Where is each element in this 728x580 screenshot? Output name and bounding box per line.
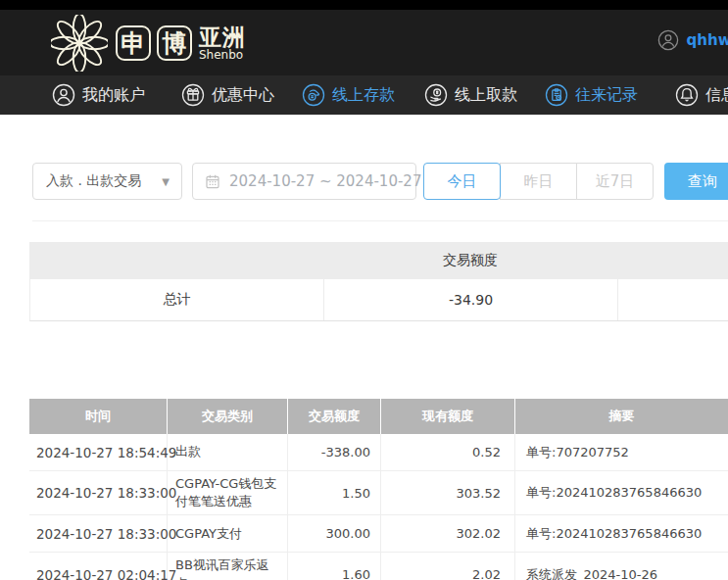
table-row: 2024-10-27 02:04:17 BB视讯百家乐返点 1.60 2.02 …	[29, 553, 728, 580]
table-row: 2024-10-27 18:54:49 出款 -338.00 0.52 单号:7…	[29, 434, 728, 471]
cell-time: 2024-10-27 02:04:17	[29, 553, 168, 580]
today-button[interactable]: 今日	[423, 163, 501, 200]
cell-amount: 1.50	[288, 471, 381, 514]
app-header: 申 博 亚洲 Shenbo qhhw2	[0, 10, 728, 75]
nav-item-my-account[interactable]: 我的账户	[52, 75, 145, 115]
nav-label: 我的账户	[82, 85, 145, 106]
logo-brand-label: Shenbo	[199, 49, 246, 62]
cell-time: 2024-10-27 18:33:00	[29, 515, 168, 552]
calendar-icon	[205, 173, 220, 189]
summary-table-header: 交易额度	[29, 242, 728, 279]
user-icon	[52, 83, 75, 107]
user-account[interactable]: qhhw2	[657, 29, 728, 51]
cell-amount: 300.00	[288, 515, 381, 552]
nav-item-messages[interactable]: 信息	[675, 75, 728, 115]
chevron-down-icon: ▼	[162, 176, 170, 187]
main-nav: 我的账户 优惠中心 线上存款	[0, 75, 728, 115]
summary-column-header: 交易额度	[323, 242, 617, 279]
cell-summary: 单号:707207752	[515, 434, 728, 470]
summary-empty-cell	[618, 279, 728, 320]
bell-icon	[675, 83, 699, 107]
table-row: 2024-10-27 18:33:00 CGPAY-CG钱包支付笔笔送优惠 1.…	[29, 471, 728, 515]
cell-balance: 0.52	[381, 434, 515, 470]
transaction-type-value: 入款 . 出款交易	[46, 172, 141, 190]
nav-item-promotions[interactable]: 优惠中心	[181, 75, 274, 115]
column-header-type: 交易类别	[168, 399, 288, 434]
transaction-table: 时间 交易类别 交易额度 现有额度 摘要 2024-10-27 18:54:49…	[29, 399, 728, 580]
cell-amount: -338.00	[288, 434, 381, 470]
avatar-icon	[657, 29, 679, 51]
withdraw-icon	[424, 83, 448, 107]
cell-balance: 302.02	[381, 515, 515, 552]
records-icon	[545, 83, 568, 107]
nav-item-online-deposit[interactable]: 线上存款	[302, 75, 395, 115]
deposit-icon	[302, 83, 325, 107]
date-range-picker[interactable]: 2024-10-27 ~ 2024-10-27	[192, 163, 416, 200]
summary-table: 交易额度 总计 -34.90	[29, 242, 728, 321]
top-black-strip	[0, 0, 728, 10]
cell-summary: 系统派发_2024-10-26	[515, 553, 728, 580]
logo-char-shen: 申	[116, 25, 151, 61]
cell-balance: 2.02	[381, 553, 515, 580]
cell-type: BB视讯百家乐返点	[168, 553, 288, 580]
nav-label: 线上存款	[332, 85, 395, 106]
nav-item-transaction-records[interactable]: 往来记录	[545, 75, 638, 115]
quick-date-button-group: 今日 昨日 近7日	[423, 163, 654, 200]
brand-logo[interactable]: 申 博 亚洲 Shenbo	[51, 12, 246, 74]
column-header-amount: 交易额度	[288, 399, 381, 434]
cell-time: 2024-10-27 18:33:00	[29, 471, 168, 514]
gift-icon	[181, 83, 205, 107]
cell-type: CGPAY-CG钱包支付笔笔送优惠	[168, 471, 288, 514]
nav-item-online-withdrawal[interactable]: 线上取款	[424, 75, 517, 115]
column-header-balance: 现有额度	[381, 399, 515, 434]
cell-summary: 单号:202410283765846630	[515, 471, 728, 514]
cell-balance: 303.52	[381, 471, 515, 514]
logo-char-bo: 博	[157, 25, 192, 61]
last-7-days-button[interactable]: 近7日	[576, 163, 654, 200]
flower-logo-icon	[51, 15, 108, 72]
date-range-value: 2024-10-27 ~ 2024-10-27	[229, 172, 421, 190]
cell-time: 2024-10-27 18:54:49	[29, 434, 168, 470]
nav-label: 优惠中心	[212, 85, 274, 106]
nav-label: 往来记录	[575, 85, 638, 106]
summary-total-value: -34.90	[324, 279, 618, 320]
column-header-summary: 摘要	[515, 399, 728, 434]
username-label: qhhw2	[687, 31, 728, 49]
transaction-type-select[interactable]: 入款 . 出款交易 ▼	[32, 163, 182, 200]
cell-type: 出款	[168, 434, 288, 470]
page: 申 博 亚洲 Shenbo qhhw2 我的账户	[0, 0, 728, 580]
search-button[interactable]: 查询	[664, 163, 728, 200]
nav-label: 信息	[705, 85, 728, 106]
logo-region-label: 亚洲	[199, 25, 246, 49]
cell-summary: 单号:202410283765846630	[515, 515, 728, 552]
cell-type: CGPAY支付	[168, 515, 288, 552]
table-row: 2024-10-27 18:33:00 CGPAY支付 300.00 302.0…	[29, 515, 728, 553]
transaction-table-header-row: 时间 交易类别 交易额度 现有额度 摘要	[29, 399, 728, 434]
cell-amount: 1.60	[288, 553, 381, 580]
nav-label: 线上取款	[455, 85, 517, 106]
column-header-time: 时间	[29, 399, 168, 434]
yesterday-button[interactable]: 昨日	[500, 163, 577, 200]
summary-total-label: 总计	[30, 279, 324, 320]
summary-total-row: 总计 -34.90	[29, 279, 728, 321]
filter-divider	[32, 220, 728, 221]
